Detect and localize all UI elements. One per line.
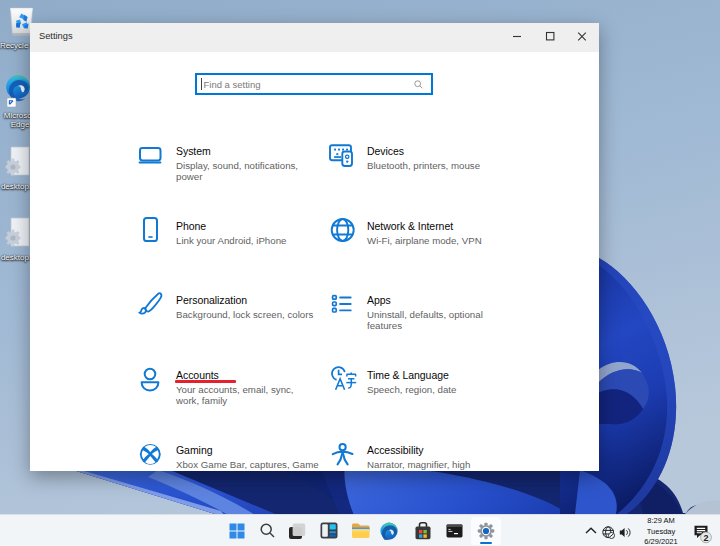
- svg-text:2: 2: [703, 533, 708, 543]
